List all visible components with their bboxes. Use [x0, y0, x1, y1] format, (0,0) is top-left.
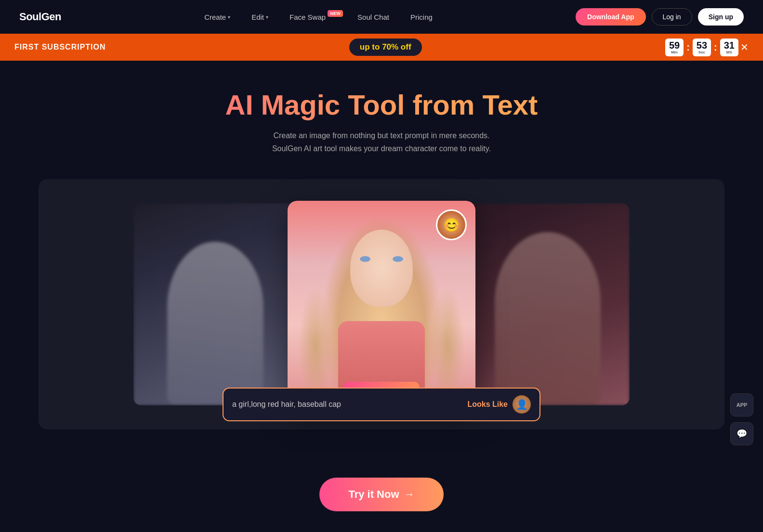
- nav-faceswap[interactable]: Face Swap NEW: [281, 9, 345, 25]
- promo-discount-prefix: up to: [360, 42, 382, 52]
- float-app-button[interactable]: APP: [730, 393, 753, 416]
- nav-links: Create ▾ Edit ▾ Face Swap NEW Soul Chat …: [196, 9, 441, 25]
- hero-subtitle-line1: Create an image from nothing but text pr…: [19, 129, 744, 142]
- promo-center: up to 70% off: [349, 39, 422, 56]
- logo[interactable]: SoulGen: [19, 11, 61, 23]
- hero-title: AI Magic Tool from Text: [19, 90, 744, 120]
- try-it-now-button[interactable]: Try it Now →: [319, 478, 443, 511]
- looks-like[interactable]: Looks Like 👤: [467, 395, 531, 414]
- prompt-input-text[interactable]: a girl,long red hair, baseball cap: [232, 400, 461, 409]
- timer-minutes: 59 Min: [665, 39, 684, 56]
- girl-face: [350, 230, 413, 307]
- pricing-label: Pricing: [410, 13, 433, 21]
- download-app-button[interactable]: Download App: [576, 8, 645, 26]
- edit-arrow: ▾: [266, 14, 268, 20]
- carousel-section: 😊 Prompt a girl,long red hair, baseball …: [39, 179, 724, 429]
- face-circle-inner: 😊: [437, 211, 465, 239]
- timer-ms: 31 MS: [720, 39, 738, 56]
- nav-edit[interactable]: Edit ▾: [243, 9, 277, 25]
- nav-actions: Download App Log in Sign up: [576, 8, 744, 26]
- promo-close-button[interactable]: ✕: [740, 42, 749, 52]
- app-icon: APP: [737, 402, 748, 408]
- prompt-input-bar: a girl,long red hair, baseball cap Looks…: [223, 388, 540, 421]
- timer-sep-2: :: [714, 42, 717, 53]
- timer-seconds: 53 Sec: [693, 39, 711, 56]
- looks-like-label: Looks Like: [467, 400, 508, 409]
- cta-section: Try it Now →: [0, 439, 763, 531]
- float-chat-button[interactable]: 💬: [730, 422, 753, 445]
- left-person-silhouette: [167, 242, 263, 405]
- navbar: SoulGen Create ▾ Edit ▾ Face Swap NEW So…: [0, 0, 763, 34]
- create-arrow: ▾: [228, 14, 230, 20]
- face-swap-circle: 😊: [436, 209, 467, 240]
- try-it-now-arrow: →: [404, 488, 415, 501]
- soulchat-label: Soul Chat: [357, 13, 389, 21]
- new-badge: NEW: [328, 10, 343, 17]
- hero-section: AI Magic Tool from Text Create an image …: [0, 61, 763, 169]
- timer-sep-1: :: [686, 42, 690, 53]
- nav-create[interactable]: Create ▾: [196, 9, 239, 25]
- nav-soulchat[interactable]: Soul Chat: [349, 9, 398, 25]
- left-image-inner: [133, 203, 297, 405]
- hero-subtitle-line2: SoulGen AI art tool makes your dream cha…: [19, 142, 744, 155]
- edit-label: Edit: [251, 13, 264, 21]
- carousel-left-image: [133, 203, 297, 405]
- carousel-right-image: [466, 203, 630, 405]
- promo-text: FIRST SUBSCRIPTION: [14, 43, 106, 52]
- faceswap-label: Face Swap: [289, 13, 326, 21]
- side-float-buttons: APP 💬: [730, 393, 753, 445]
- nav-pricing[interactable]: Pricing: [402, 9, 441, 25]
- create-label: Create: [204, 13, 226, 21]
- avatar-face: 👤: [516, 399, 528, 410]
- signup-button[interactable]: Sign up: [698, 8, 744, 26]
- carousel-center-image: 😊 Prompt: [288, 201, 475, 408]
- chat-icon: 💬: [737, 428, 747, 439]
- promo-discount-value: 70% off: [382, 42, 411, 52]
- promo-banner: FIRST SUBSCRIPTION up to 70% off 59 Min …: [0, 34, 763, 61]
- promo-timer: 59 Min : 53 Sec : 31 MS ✕: [665, 39, 749, 56]
- right-person-silhouette: [495, 232, 601, 405]
- carousel-center-wrap: 😊 Prompt a girl,long red hair, baseball …: [288, 201, 475, 408]
- right-image-inner: [466, 203, 630, 405]
- promo-discount: up to 70% off: [349, 39, 422, 56]
- carousel-images: 😊 Prompt a girl,long red hair, baseball …: [53, 201, 710, 408]
- login-button[interactable]: Log in: [652, 8, 692, 26]
- try-it-now-label: Try it Now: [348, 488, 399, 501]
- looks-like-avatar: 👤: [513, 395, 531, 414]
